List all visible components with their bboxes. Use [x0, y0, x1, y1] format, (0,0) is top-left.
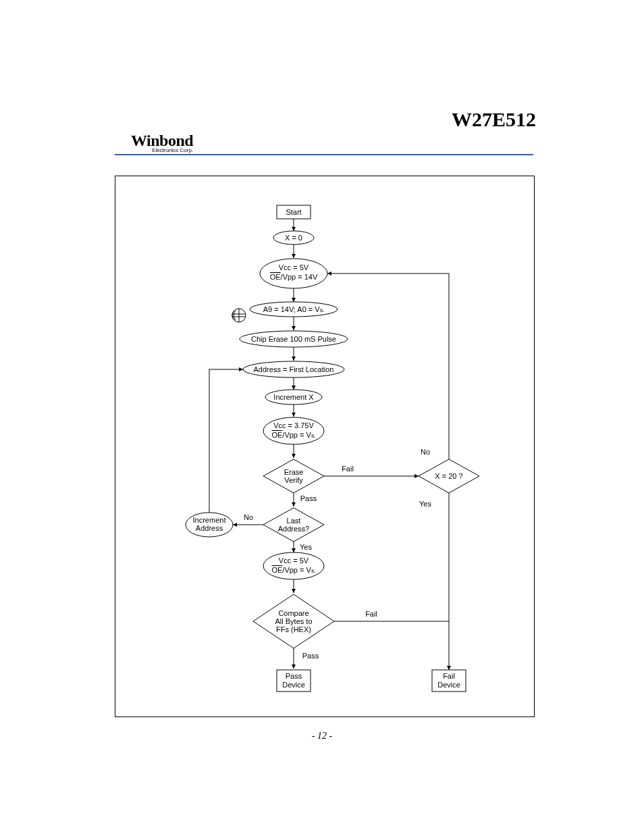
ev-l1: Erase: [284, 468, 304, 476]
ev-pass: Pass: [300, 494, 317, 502]
header-rule: [115, 154, 533, 155]
flowchart: Start X = 0 Vcc = 5V OE/Vpp = 14V A9 = 1…: [115, 176, 533, 716]
ev-fail: Fail: [342, 465, 354, 473]
pass-dev-l1: Pass: [286, 672, 302, 680]
fail-dev-l2: Device: [437, 681, 460, 689]
node-x0: X = 0: [285, 234, 302, 242]
x20-yes: Yes: [419, 500, 431, 508]
vcc375-l1: Vcc = 3.75V: [273, 421, 314, 429]
cmp-l3: FFs (HEX): [276, 625, 311, 633]
la-no: No: [244, 513, 253, 521]
vcc5b-l2: OE/Vpp = VIL: [271, 566, 316, 574]
node-start: Start: [286, 208, 301, 216]
vcc5b-l1: Vcc = 5V: [279, 556, 309, 565]
ia-l1: Increment: [193, 516, 226, 524]
cmp-fail: Fail: [365, 610, 377, 618]
page-number: - 12 -: [0, 731, 644, 741]
cmp-l1: Compare: [278, 609, 308, 617]
node-incx: Increment X: [273, 393, 314, 401]
node-a9: A9 = 14V; A0 = VIL: [263, 305, 325, 313]
node-addr-first: Address = First Location: [254, 365, 334, 373]
cmp-pass: Pass: [302, 652, 319, 660]
pass-dev-l2: Device: [282, 681, 305, 689]
la-l2: Address?: [278, 525, 309, 533]
fail-dev-l1: Fail: [443, 672, 455, 680]
vcc375-l2: OE/Vpp = VIL: [271, 431, 316, 439]
la-l1: Last: [287, 517, 301, 525]
ev-l2: Verify: [284, 476, 303, 484]
vcc5-line1: Vcc = 5V: [279, 263, 309, 271]
ia-l2: Address: [196, 524, 223, 532]
node-x20: X = 20 ?: [435, 472, 462, 480]
la-yes: Yes: [300, 543, 312, 551]
node-erase-pulse: Chip Erase 100 mS Pulse: [251, 335, 336, 343]
vcc5-line2: OE/Vpp = 14V: [270, 273, 318, 281]
x20-no: No: [421, 448, 430, 456]
page: W27E512 Winbond Electronics Corp. Start: [0, 0, 644, 834]
part-number: W27E512: [452, 108, 536, 131]
cmp-l2: All Bytes to: [275, 617, 312, 625]
